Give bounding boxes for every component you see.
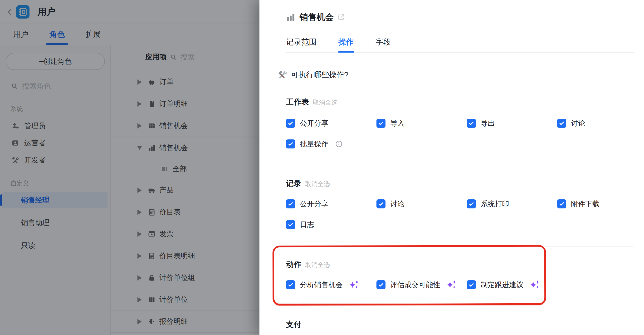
checkbox-checked[interactable] [286, 119, 295, 128]
section-title: 记录 [286, 178, 301, 189]
check-icon [378, 120, 384, 126]
permission-option-label: 讨论 [571, 119, 585, 128]
permission-section-header: 支付 [286, 319, 634, 329]
checkbox-checked[interactable] [467, 119, 476, 128]
permission-option[interactable]: 讨论 [557, 118, 644, 129]
ai-sparkle-icon [446, 279, 457, 290]
checkbox-checked[interactable] [376, 280, 386, 289]
permission-option[interactable]: 系统打印 [467, 198, 557, 209]
permission-section-header: 记录取消全选 [286, 178, 634, 188]
check-icon [288, 120, 294, 126]
permission-options-grid: 分析销售机会评估成交可能性制定跟进建议 [286, 279, 634, 290]
permissions-drawer: 销售机会 记录范围操作字段 可执行哪些操作? 工作表取消全选公开分享导入导出讨论… [260, 0, 644, 335]
deselect-all-link[interactable]: 取消全选 [305, 180, 330, 188]
check-icon [558, 120, 565, 126]
check-icon [468, 120, 474, 126]
screen: 用户 用户角色扩展 +创建角色 系统管理员运营者开发者自定义销售经理销售助理只读… [0, 0, 644, 335]
section-title: 工作表 [286, 97, 309, 107]
permission-option-label: 导出 [480, 119, 495, 128]
info-icon[interactable] [335, 140, 343, 148]
check-icon [558, 201, 565, 207]
operations-question: 可执行哪些操作? [278, 70, 634, 80]
checkbox-checked[interactable] [286, 199, 295, 208]
hammer-wrench-icon [278, 70, 288, 80]
checkbox-checked[interactable] [286, 139, 295, 148]
operations-question-text: 可执行哪些操作? [291, 70, 348, 80]
check-icon [468, 282, 474, 288]
check-icon [468, 201, 474, 207]
permission-option[interactable]: 评估成交可能性 [376, 279, 467, 290]
permission-option[interactable]: 导入 [376, 118, 467, 129]
checkbox-checked[interactable] [557, 199, 566, 208]
permission-option[interactable]: 公开分享 [286, 118, 376, 129]
drawer-tab-bar: 记录范围操作字段 [286, 37, 634, 53]
checkbox-checked[interactable] [557, 119, 566, 128]
checkbox-checked[interactable] [286, 220, 295, 229]
check-icon [378, 282, 384, 288]
permission-option[interactable]: 制定跟进建议 [467, 279, 557, 290]
permission-option-label: 制定跟进建议 [480, 280, 524, 290]
permission-option-label: 讨论 [390, 199, 404, 209]
drawer-tab[interactable]: 记录范围 [286, 37, 316, 53]
checkbox-checked[interactable] [376, 119, 386, 128]
checkbox-checked[interactable] [286, 280, 295, 289]
permission-option-label: 系统打印 [480, 199, 509, 209]
deselect-all-link[interactable]: 取消全选 [305, 261, 330, 269]
ai-sparkle-icon [530, 279, 540, 290]
permission-option[interactable]: 讨论 [376, 198, 467, 209]
permission-options-grid: 公开分享导入导出讨论批量操作 [286, 118, 634, 149]
permission-option-label: 导入 [390, 119, 404, 128]
checkbox-checked[interactable] [467, 280, 476, 289]
permission-option-label: 附件下载 [571, 199, 600, 209]
permission-option[interactable]: 批量操作 [286, 138, 376, 149]
check-icon [288, 221, 294, 228]
permission-option[interactable]: 附件下载 [557, 198, 644, 209]
permission-option[interactable]: 分析销售机会 [286, 279, 376, 290]
permission-option[interactable]: 公开分享 [286, 198, 376, 209]
check-icon [288, 141, 294, 147]
section-title: 动作 [286, 259, 301, 270]
drawer-tab[interactable]: 字段 [376, 37, 391, 53]
permission-option-label: 评估成交可能性 [390, 280, 440, 290]
drawer-tab[interactable]: 操作 [338, 37, 354, 53]
section-divider [286, 246, 634, 246]
ai-sparkle-icon [349, 279, 360, 290]
permission-section-header: 工作表取消全选 [286, 97, 634, 107]
permission-option-label: 分析销售机会 [300, 280, 343, 290]
deselect-all-link[interactable]: 取消全选 [313, 98, 338, 107]
permission-option-label: 公开分享 [300, 119, 328, 128]
checkbox-checked[interactable] [467, 199, 476, 208]
section-divider [286, 303, 634, 303]
check-icon [288, 282, 294, 288]
permission-section-header: 动作取消全选 [286, 259, 634, 269]
drawer-title: 销售机会 [300, 12, 334, 23]
permission-option-label: 批量操作 [300, 139, 328, 149]
section-divider [286, 162, 634, 162]
bar-chart-icon [286, 13, 295, 22]
permission-option-label: 日志 [300, 220, 314, 230]
section-title: 支付 [286, 319, 301, 330]
drawer-header: 销售机会 [286, 11, 634, 23]
check-icon [288, 201, 294, 207]
checkbox-checked[interactable] [376, 199, 386, 208]
permission-options-grid: 公开分享讨论系统打印附件下载日志 [286, 198, 634, 230]
check-icon [378, 201, 384, 207]
permission-option-label: 公开分享 [300, 199, 328, 209]
modal-dim-overlay [0, 0, 260, 335]
permission-option[interactable]: 导出 [467, 118, 557, 129]
permission-option[interactable]: 日志 [286, 219, 376, 230]
external-link-icon[interactable] [338, 13, 345, 21]
